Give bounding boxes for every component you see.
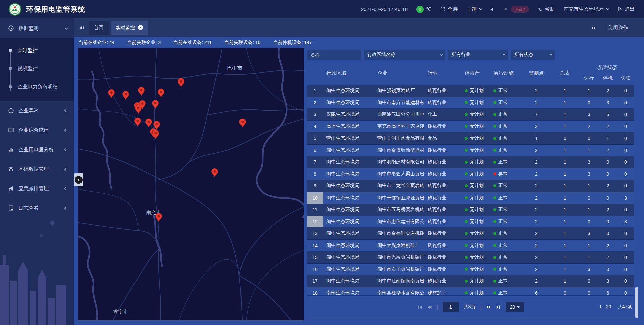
page-number-input[interactable] xyxy=(443,302,459,312)
table-row[interactable]: 18南部生态环境局南部县砚华水泥有限公建材加工无计划正常60060 xyxy=(307,287,634,296)
cell-industry: 砖瓦行业 xyxy=(424,145,461,156)
cell-stopped: 6 xyxy=(599,287,617,296)
chevron-down-icon xyxy=(479,7,482,10)
cell-facility-status: 异常 xyxy=(490,168,522,180)
status-select[interactable]: 所有状态 xyxy=(511,50,555,60)
cell-stopped: 2 xyxy=(599,85,617,97)
tab-realtime-monitoring[interactable]: 实时监控 × xyxy=(111,21,148,35)
table-header: 行政区域 企业 行业 停限产 治污设施 监测点 总表 点位状态 运行 停机 失联 xyxy=(307,61,634,85)
table-row[interactable]: 3仪陇生态环境局西南油气田分公司川中化工无计划正常71350 xyxy=(307,109,634,121)
notification-count-badge: 2632 xyxy=(511,6,529,13)
map-panel[interactable]: 巴中市南充市遂宁市 xyxy=(78,48,304,320)
sidebar-submenu: 实时监控视频监控企业电力负荷明细 xyxy=(0,38,74,101)
cell-region: 阆中生态环境局 xyxy=(323,156,374,168)
table-row[interactable]: 6阆中生态环境局阆中市金博瑞新型墙材砖瓦行业无计划正常21120 xyxy=(307,145,634,157)
table-row[interactable]: 12阆中生态环境局阆中市忠信建材有限公砖瓦行业无计划正常21003 xyxy=(307,216,634,228)
cell-limit-status: 无计划 xyxy=(461,264,490,275)
close-operations-button[interactable]: 关闭操作 xyxy=(608,24,628,31)
cell-lost: 0 xyxy=(617,156,634,168)
cell-total-meters: 1 xyxy=(550,192,579,204)
tabs-scroll-right-button[interactable] xyxy=(591,25,596,31)
cell-stopped: 0 xyxy=(599,168,617,180)
table-row[interactable]: 1阆中生态环境局阆中强锐页岩砖厂砖瓦行业无计划正常21120 xyxy=(307,85,634,97)
next-page-button[interactable] xyxy=(486,305,491,310)
table-row[interactable]: 9阆中生态环境局阆中市二龙长宝页岩砖砖瓦行业无计划正常21120 xyxy=(307,180,634,192)
scrollbar-thumb[interactable] xyxy=(635,287,638,318)
cell-lost: 0 xyxy=(617,264,634,275)
tabs-scroll-left-button[interactable] xyxy=(79,25,85,31)
sidebar-item[interactable]: 基础数据管理 xyxy=(0,159,74,179)
cell-limit-status: 无计划 xyxy=(461,180,490,192)
tab-home[interactable]: 首页 xyxy=(89,21,109,35)
mute-button[interactable] xyxy=(490,7,495,12)
cell-monitor-points: 2 xyxy=(522,252,550,263)
table-row[interactable]: 17阆中生态环境局阆中市江南镇阆南页岩砖瓦行业无计划正常21030 xyxy=(307,275,634,287)
theme-dropdown[interactable]: 主题 xyxy=(467,6,481,12)
cell-total-meters: 0 xyxy=(550,287,579,296)
cell-stopped: 3 xyxy=(599,97,617,109)
industry-select[interactable]: 所有行业 xyxy=(448,50,508,60)
cell-company: 阆中市光富页岩机砖厂 xyxy=(374,252,424,263)
name-search-input[interactable] xyxy=(307,50,361,60)
table-row[interactable]: 15阆中生态环境局阆中市光富页岩机砖厂砖瓦行业无计划正常21120 xyxy=(307,252,634,264)
logout-button[interactable]: 退出 xyxy=(617,6,635,12)
close-icon[interactable]: × xyxy=(138,25,143,30)
cell-industry: 砖瓦行业 xyxy=(424,121,461,132)
first-page-button[interactable] xyxy=(417,305,422,310)
brand: 环保用电监管系统 xyxy=(0,3,85,16)
cell-facility-status: 正常 xyxy=(490,132,522,144)
row-index: 16 xyxy=(307,264,323,275)
cell-stopped: 1 xyxy=(599,132,617,144)
page-size-select[interactable]: 20 xyxy=(506,302,524,312)
cell-facility-status: 正常 xyxy=(490,180,522,192)
status-dot-green-icon xyxy=(465,172,468,175)
cell-lost: 0 xyxy=(617,109,634,120)
table-row[interactable]: 16阆中生态环境局阆中市石子页岩机砖厂砖瓦行业无计划正常21300 xyxy=(307,264,634,276)
cell-monitor-points: 2 xyxy=(522,180,550,192)
cell-industry: 建材加工 xyxy=(424,287,461,296)
row-index: 14 xyxy=(307,240,323,252)
cell-running: 0 xyxy=(579,275,599,287)
table-row[interactable]: 8阆中生态环境局阆中市枣碧大梁山页岩砖瓦行业无计划异常21300 xyxy=(307,168,634,180)
table-row[interactable]: 5营山生态环境局营山县润丰肉食品有限食品无计划正常10010 xyxy=(307,132,634,145)
table-row[interactable]: 14阆中生态环境局阆中大兴页岩机砖厂砖瓦行业无计划正常21120 xyxy=(307,240,634,252)
sidebar-subitem[interactable]: 实时监控 xyxy=(0,41,74,59)
table-row[interactable]: 4高坪生态环境局南充市高坪区王家店建砖瓦行业无计划正常31220 xyxy=(307,121,634,133)
cell-region: 阆中生态环境局 xyxy=(323,216,374,228)
fullscreen-button[interactable]: 全屏 xyxy=(440,6,458,12)
last-page-button[interactable] xyxy=(496,305,501,310)
sidebar-item[interactable]: 企业用电量分析 xyxy=(0,140,74,159)
megaphone-icon xyxy=(8,185,14,192)
table-body: 1阆中生态环境局阆中强锐页岩砖厂砖瓦行业无计划正常211202阆中生态环境局阆中… xyxy=(307,85,634,295)
sidebar-subitem[interactable]: 视频监控 xyxy=(0,59,74,77)
panel-collapse-button[interactable] xyxy=(74,173,83,186)
cell-limit-status: 无计划 xyxy=(461,121,490,132)
table-row[interactable]: 13阆中生态环境局阆中市金福旺页岩机砖砖瓦行业无计划正常21300 xyxy=(307,228,634,240)
table-row[interactable]: 2阆中生态环境局阆中市南方节能建材有砖瓦行业无计划正常21030 xyxy=(307,97,634,109)
cell-running: 3 xyxy=(579,228,599,239)
sidebar-subitem[interactable]: 企业电力负荷明细 xyxy=(0,77,74,96)
notifications-button[interactable]: 2632 xyxy=(503,6,529,13)
org-dropdown[interactable]: 南充市生态环境局 xyxy=(564,6,608,12)
sidebar-item-label: 企业用电量分析 xyxy=(18,147,60,153)
pagination-controls: | 共3页 | 20 xyxy=(417,302,524,312)
cell-region: 南部生态环境局 xyxy=(323,287,374,296)
help-button[interactable]: 帮助 xyxy=(538,6,555,12)
sidebar-item[interactable]: 企业异常 xyxy=(0,101,74,120)
table-row[interactable]: 10阆中生态环境局阆中千佛镇五郎垭页岩砖瓦行业无计划正常21003 xyxy=(307,192,634,204)
sidebar-item-label: 企业异常 xyxy=(18,108,60,114)
sidebar-item[interactable]: 企业综合统计 xyxy=(0,120,74,140)
cell-company: 南部县砚华水泥有限公 xyxy=(374,287,424,296)
cell-total-meters: 1 xyxy=(550,240,579,252)
table-row[interactable]: 11阆中生态环境局阆中市五马桥页岩机砖砖瓦行业无计划正常21120 xyxy=(307,204,634,216)
chevron-down-icon xyxy=(606,7,609,10)
cell-facility-status: 正常 xyxy=(490,109,522,120)
sidebar-item[interactable]: 应急减排管理 xyxy=(0,179,74,198)
cell-industry: 食品 xyxy=(424,132,461,144)
cell-lost: 0 xyxy=(617,97,634,109)
region-select[interactable]: 行政区域名称 xyxy=(364,50,445,60)
sidebar-item[interactable]: 数据监测 xyxy=(0,18,74,38)
table-row[interactable]: 7阆中生态环境局阆中明阳建材有限公司砖瓦行业无计划正常21300 xyxy=(307,156,634,168)
previous-page-button[interactable] xyxy=(427,305,432,310)
chevron-down-icon xyxy=(517,306,520,308)
